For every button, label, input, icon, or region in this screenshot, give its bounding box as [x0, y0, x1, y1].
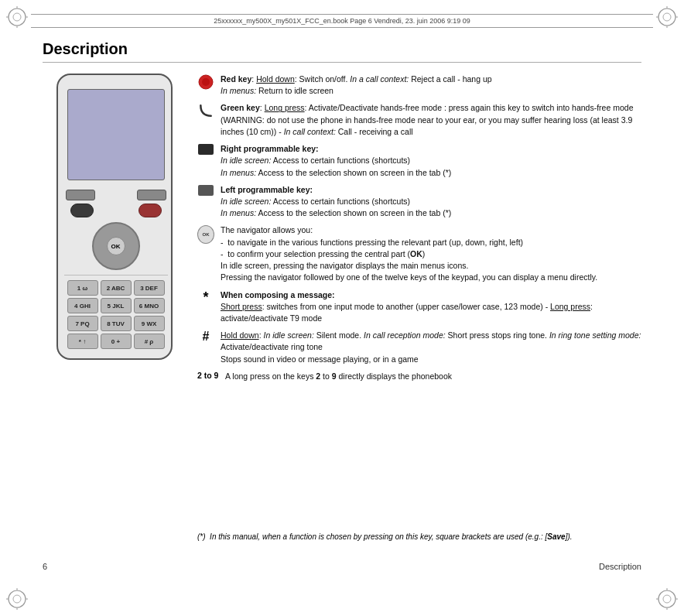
asterisk-section: * When composing a message: Short press:…	[197, 289, 649, 325]
nav-ok-center	[107, 237, 125, 255]
left-soft-key	[66, 190, 95, 200]
header-text: 25xxxxxx_my500X_my501X_FCC_en.book Page …	[214, 17, 470, 25]
page-number: 6	[43, 562, 47, 571]
navigator-icon: OK	[197, 225, 214, 244]
numeric-keypad: 1 ω 2 ABC 3 DEF 4 GHI 5 JKL 6 MNO 7 PQ 8…	[64, 280, 168, 331]
hash-section: # Hold down: In idle screen: Silent mode…	[197, 330, 649, 365]
navigator-icon-col: OK	[197, 225, 214, 244]
corner-bl	[6, 588, 28, 610]
phone-screen	[67, 89, 165, 180]
navigator-text: The navigator allows you: - to navigate …	[221, 224, 649, 283]
svg-point-1	[13, 13, 21, 21]
phone-illustration: 1 ω 2 ABC 3 DEF 4 GHI 5 JKL 6 MNO 7 PQ 8…	[43, 74, 186, 368]
left-prog-key-section: Left programmable key: In idle screen: A…	[197, 184, 649, 220]
left-prog-key-icon-col	[197, 185, 214, 196]
red-key-section: Red key: Hold down: Switch on/off. In a …	[197, 74, 649, 97]
corner-tr	[656, 6, 678, 28]
red-key-text: Red key: Hold down: Switch on/off. In a …	[221, 74, 649, 97]
nav-pad	[92, 222, 140, 270]
red-key-icon-col	[197, 74, 214, 90]
bottom-keypad-row: * ↑ 0 + # ρ	[64, 334, 168, 349]
red-call-key	[139, 204, 162, 217]
green-key-icon	[198, 103, 214, 118]
svg-point-6	[658, 9, 675, 26]
hash-icon-col: #	[197, 330, 214, 343]
hash-text: Hold down: In idle screen: Silent mode. …	[221, 330, 649, 365]
two-to-nine-label: 2 to 9	[197, 371, 221, 380]
right-prog-key-text: Right programmable key: In idle screen: …	[221, 143, 649, 179]
green-key-icon-col	[197, 103, 214, 118]
hash-icon: #	[203, 330, 210, 343]
title-rule	[43, 62, 641, 63]
corner-tl	[6, 6, 28, 28]
svg-point-0	[9, 9, 26, 26]
asterisk-text: When composing a message: Short press: s…	[221, 289, 649, 325]
svg-point-18	[658, 590, 675, 607]
asterisk-icon: *	[203, 290, 208, 304]
navigator-section: OK The navigator allows you: - to naviga…	[197, 224, 649, 283]
left-prog-key-text: Left programmable key: In idle screen: A…	[221, 184, 649, 220]
bottom-section-label: Description	[599, 562, 641, 571]
red-key-icon	[198, 74, 214, 90]
footer-note: (*) In this manual, when a function is c…	[197, 531, 649, 542]
right-soft-key	[137, 190, 166, 200]
svg-point-7	[663, 13, 671, 21]
right-prog-key-section: Right programmable key: In idle screen: …	[197, 143, 649, 179]
svg-point-12	[9, 590, 26, 607]
svg-point-19	[663, 595, 671, 603]
right-prog-key-icon-col	[197, 144, 214, 155]
page-title: Description	[43, 40, 128, 58]
green-key-text: Green key: Long press: Activate/Deactiva…	[221, 102, 649, 138]
green-call-key	[70, 204, 94, 217]
header-bar: 25xxxxxx_my500X_my501X_FCC_en.book Page …	[31, 14, 653, 28]
right-prog-key-icon	[198, 144, 214, 155]
green-key-section: Green key: Long press: Activate/Deactiva…	[197, 102, 649, 138]
content-area: Red key: Hold down: Switch on/off. In a …	[197, 74, 649, 388]
two-to-nine-text: A long press on the keys 2 to 9 directly…	[225, 371, 649, 382]
two-to-nine-section: 2 to 9 A long press on the keys 2 to 9 d…	[197, 371, 649, 382]
svg-point-13	[13, 595, 21, 603]
svg-point-25	[202, 78, 210, 86]
corner-br	[656, 588, 678, 610]
left-prog-key-icon	[198, 185, 214, 196]
asterisk-icon-col: *	[197, 290, 214, 304]
